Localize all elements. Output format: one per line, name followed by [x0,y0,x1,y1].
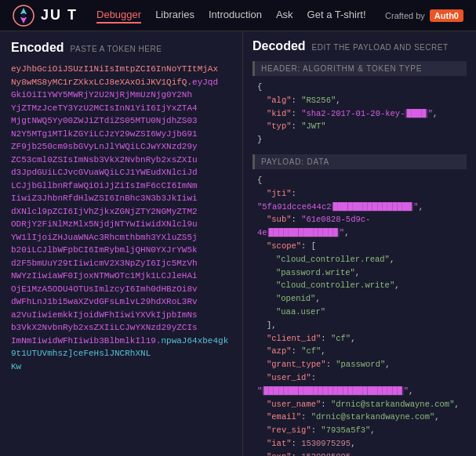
nav-links: Debugger Libraries Introduction Ask Get … [96,7,385,24]
crafted-by: Crafted by Auth0 [385,9,463,22]
crafted-by-label: Crafted by [385,11,425,20]
encoded-subtitle: PASTE A TOKEN HERE [71,45,162,53]
payload-section-label: PAYLOAD: DATA [253,154,467,169]
auth0-badge: Auth0 [430,9,463,22]
svg-marker-2 [20,17,27,24]
payload-json: { "jti": "5fa91dcce644c2████████████████… [253,174,467,456]
nav-libraries[interactable]: Libraries [155,7,194,24]
encoded-token[interactable]: eyJhbGciOiJSUzI1NiIsImtpZCI6InNoYTItMjAx… [11,63,231,373]
nav-tshirt[interactable]: Get a T-shirt! [307,7,366,24]
decoded-title: Decoded [253,39,306,53]
header-json: { "alg": "RS256", "kid": "sha2-2017-01-2… [253,81,467,154]
decoded-subtitle: EDIT THE PAYLOAD AND SECRET [312,43,449,52]
top-navigation: JU T Debugger Libraries Introduction Ask… [0,0,476,31]
nav-ask[interactable]: Ask [276,7,293,24]
header-section-label: HEADER: ALGORITHM & TOKEN TYPE [253,61,467,76]
logo-text: JU T [41,7,78,24]
decoded-header: Decoded EDIT THE PAYLOAD AND SECRET [253,39,467,53]
svg-rect-3 [22,13,25,18]
jwt-logo-icon [13,5,35,27]
main-content: Encoded PASTE A TOKEN HERE eyJhbGciOiJSU… [0,31,476,456]
encoded-header: Encoded PASTE A TOKEN HERE [11,41,231,55]
nav-introduction[interactable]: Introduction [209,7,262,24]
encoded-title: Encoded [11,41,64,55]
nav-debugger[interactable]: Debugger [96,7,141,24]
encoded-panel: Encoded PASTE A TOKEN HERE eyJhbGciOiJSU… [0,31,243,456]
logo[interactable]: JU T [13,5,78,27]
decoded-panel: Decoded EDIT THE PAYLOAD AND SECRET HEAD… [243,31,476,456]
token-payload-part: eyJqdGkiOiI1YWY5MWRjY2U2NjRjMmUzNjg0Y2Nh… [11,78,218,346]
svg-marker-1 [20,8,27,14]
